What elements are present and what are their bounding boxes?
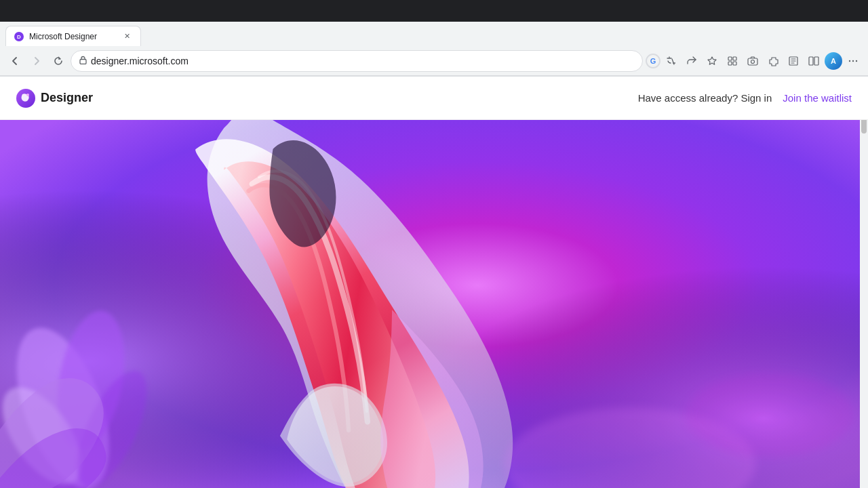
designer-logo-icon bbox=[16, 89, 35, 108]
site-logo-text: Designer bbox=[41, 91, 93, 105]
forward-icon bbox=[32, 56, 41, 66]
scrollbar-track[interactable] bbox=[860, 77, 868, 488]
profile-avatar[interactable]: A bbox=[825, 52, 842, 70]
tab-close-button[interactable]: ✕ bbox=[121, 31, 132, 42]
svg-rect-4 bbox=[733, 57, 736, 60]
tab-favicon-icon: D bbox=[14, 32, 24, 41]
camera-icon bbox=[747, 56, 758, 66]
bookmark-button[interactable] bbox=[703, 52, 722, 70]
site-logo: Designer bbox=[16, 89, 93, 108]
hero-area bbox=[0, 120, 868, 488]
svg-point-25 bbox=[686, 373, 854, 457]
svg-point-12 bbox=[849, 60, 850, 61]
reload-button[interactable] bbox=[49, 52, 68, 70]
site-nav-right: Have access already? Sign in Join the wa… bbox=[638, 92, 852, 104]
extensions-button[interactable] bbox=[723, 52, 742, 70]
more-options-button[interactable] bbox=[844, 52, 863, 70]
toolbar: designer.microsoft.com G bbox=[0, 46, 868, 76]
more-extensions-button[interactable] bbox=[764, 52, 783, 70]
url-text: designer.microsoft.com bbox=[91, 56, 634, 66]
reload-icon bbox=[54, 56, 63, 66]
google-icon[interactable]: G bbox=[646, 54, 660, 68]
svg-rect-10 bbox=[809, 57, 813, 65]
puzzle-icon bbox=[727, 56, 738, 66]
address-bar[interactable]: designer.microsoft.com bbox=[71, 50, 643, 72]
share-button[interactable] bbox=[682, 52, 701, 70]
svg-point-13 bbox=[852, 60, 854, 61]
toolbar-actions: G bbox=[646, 52, 863, 70]
svg-rect-5 bbox=[728, 62, 732, 65]
page-content: Designer Have access already? Sign in Jo… bbox=[0, 77, 868, 488]
svg-rect-3 bbox=[728, 57, 732, 60]
svg-point-14 bbox=[856, 60, 857, 61]
svg-point-16 bbox=[26, 94, 29, 96]
share-icon bbox=[686, 56, 697, 66]
translate-icon bbox=[666, 56, 677, 66]
svg-rect-7 bbox=[748, 58, 757, 65]
split-screen-button[interactable] bbox=[804, 52, 823, 70]
star-icon bbox=[707, 56, 717, 66]
svg-rect-6 bbox=[733, 62, 736, 65]
svg-point-8 bbox=[751, 60, 755, 63]
split-icon bbox=[808, 56, 819, 66]
lock-icon bbox=[79, 56, 87, 66]
tab-bar: D Microsoft Designer ✕ bbox=[0, 22, 868, 46]
puzzle2-icon bbox=[768, 56, 778, 66]
title-bar bbox=[0, 0, 868, 22]
reading-icon bbox=[788, 56, 799, 66]
hero-image bbox=[0, 120, 868, 488]
back-button[interactable] bbox=[5, 52, 24, 70]
active-tab[interactable]: D Microsoft Designer ✕ bbox=[5, 26, 141, 46]
svg-text:D: D bbox=[17, 34, 21, 40]
reading-list-button[interactable] bbox=[784, 52, 803, 70]
browser-chrome: D Microsoft Designer ✕ bbox=[0, 0, 868, 77]
svg-rect-11 bbox=[814, 57, 818, 65]
tab-title: Microsoft Designer bbox=[29, 32, 116, 41]
svg-rect-2 bbox=[80, 59, 86, 64]
sign-in-prompt: Have access already? Sign in bbox=[638, 92, 772, 104]
site-navbar: Designer Have access already? Sign in Jo… bbox=[0, 77, 868, 120]
translate-button[interactable] bbox=[662, 52, 681, 70]
camera-button[interactable] bbox=[743, 52, 762, 70]
more-dots-icon bbox=[848, 56, 859, 66]
join-waitlist-button[interactable]: Join the waitlist bbox=[783, 92, 852, 104]
back-icon bbox=[10, 56, 20, 66]
forward-button[interactable] bbox=[27, 52, 46, 70]
